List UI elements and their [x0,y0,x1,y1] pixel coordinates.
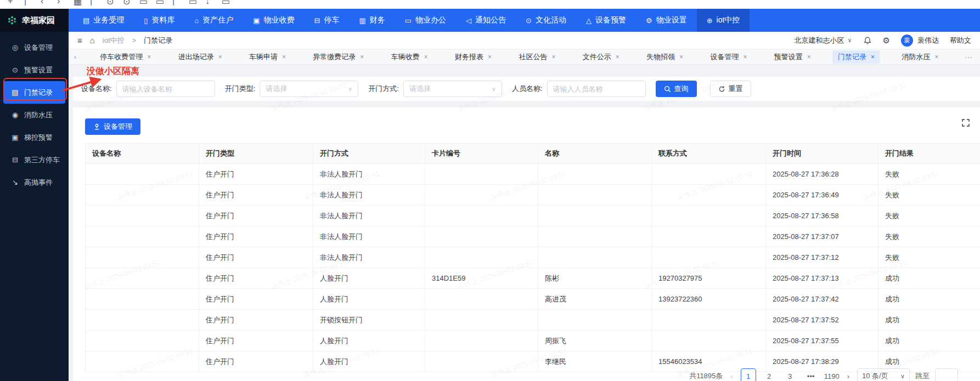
select-placeholder: 请选择 [409,84,431,94]
filter-field-open-method: 开门方式:请选择∨ [368,81,502,97]
settings-gear-icon[interactable]: ⚙ [883,36,890,46]
notification-bell-icon[interactable] [863,36,872,45]
tab-3[interactable]: 异常缴费记录× [307,50,369,64]
nav-item-parking[interactable]: ⊟停车 [305,9,350,32]
window-icon[interactable]: ▭ [139,0,148,7]
close-icon[interactable]: × [147,53,151,61]
sidebar-item-third-party-parking[interactable]: ⊟第三方停车 [3,149,65,171]
page-number[interactable]: 2 [762,368,777,381]
help-link[interactable]: 帮助文 [950,36,971,46]
plus-icon[interactable]: + [8,0,13,6]
filter-field-open-type: 开门类型:请选择∨ [225,81,359,97]
tab-bar: ‹ 停车收费管理×进出场记录×车辆申请×异常缴费记录×车辆收费×财务报表×社区公… [69,49,980,65]
tab-6[interactable]: 社区公告× [513,50,561,64]
sidebar-item-alert-settings[interactable]: ⊙预警设置 [3,59,65,81]
sidebar-item-fire-water-pressure[interactable]: ◉消防水压 [3,104,65,126]
nav-item-notices[interactable]: ◁通知公告 [456,9,516,32]
tab-5[interactable]: 财务报表× [449,50,497,64]
nav-item-assets-residence[interactable]: ⌂资产住户 [184,9,243,32]
nav-item-device-alert[interactable]: △设备预警 [576,9,636,32]
sidebar-item-high-throw-events[interactable]: ↘高抛事件 [3,171,65,194]
close-icon[interactable]: × [934,53,938,61]
tab-overflow-icon[interactable]: ··· [960,53,977,61]
sidebar-item-device-management[interactable]: ◎设备管理 [3,36,65,59]
close-icon[interactable]: × [807,53,811,61]
divider-icon: | [24,0,26,6]
breadcrumb-parent[interactable]: iot中控 [103,36,125,46]
close-icon[interactable]: × [616,53,619,61]
jump-label: 跳至 [915,371,930,381]
prev-page-icon[interactable]: ‹ [728,372,735,380]
close-icon[interactable]: × [424,53,428,61]
tab-2[interactable]: 车辆申请× [244,50,291,64]
zoom-icon[interactable]: ⊙ [123,0,130,7]
tab-12[interactable]: 消防水压× [896,50,944,64]
home-icon[interactable]: ⌂ [90,36,95,45]
sidebar-item-elevator-alert[interactable]: ▣梯控预警 [3,126,65,149]
close-icon[interactable]: × [488,53,492,61]
top-nav-items: ▤业务受理▯资料库⌂资产住户▣物业收费⊟停车▥财务▭物业办公◁通知公告⊙文化活动… [69,9,750,32]
calendar-icon: ▤ [83,16,89,25]
nav-item-business[interactable]: ▤业务受理 [73,9,134,32]
close-icon[interactable]: × [218,53,222,61]
sidebar-item-access-records[interactable]: ▤门禁记录 [3,81,65,104]
table-cell [652,331,766,351]
close-icon[interactable]: × [360,53,364,61]
next-page-icon[interactable]: › [845,372,852,380]
nav-item-culture-activity[interactable]: ⊙文化活动 [516,9,576,32]
fullscreen-icon[interactable] [961,118,970,127]
open-method-select[interactable]: 请选择∨ [403,81,502,97]
person-name-input[interactable] [547,81,646,97]
nav-item-label: iot中控 [717,15,740,25]
tab-scroll-left-icon[interactable]: ‹ [72,53,78,61]
window-icon[interactable]: ▭ [156,0,164,7]
jump-page-input[interactable] [935,368,958,381]
nav-item-finance[interactable]: ▥财务 [350,9,395,32]
table-cell: 2025-08-27 17:36:58 [766,206,878,226]
forward-icon[interactable]: › [57,0,60,6]
close-icon[interactable]: × [871,53,875,61]
nav-item-property-settings[interactable]: ⚙物业设置 [636,9,697,32]
nav-item-property-office[interactable]: ▭物业办公 [395,9,456,32]
open-type-select[interactable]: 请选择∨ [260,81,358,97]
nav-item-label: 文化活动 [536,15,566,25]
tab-0[interactable]: 停车收费管理× [94,50,156,64]
nav-item-archives[interactable]: ▯资料库 [134,9,184,32]
table-row: 住户开门非法人脸开门2025-08-27 17:36:58失败 [86,206,980,226]
tab-8[interactable]: 失物招领× [641,50,689,64]
table-cell [538,185,652,206]
tab-1[interactable]: 进出场记录× [173,50,228,64]
user-profile[interactable]: 裴 裴伟达 [901,35,939,47]
close-icon[interactable]: × [679,53,683,61]
tab-10[interactable]: 预警设置× [769,50,816,64]
tab-label: 预警设置 [774,52,803,62]
close-icon[interactable]: × [743,53,747,61]
community-selector[interactable]: 北京建和志小区 ∨ [794,36,852,46]
table-cell: 非法人脸开门 [313,164,425,185]
download-icon[interactable]: ↓ [205,0,210,6]
page-number[interactable]: 1190 [824,368,840,381]
tab-7[interactable]: 文件公示× [577,50,625,64]
tab-9[interactable]: 设备管理× [705,50,752,64]
page-number[interactable]: 3 [782,368,798,381]
tab-11[interactable]: 门禁记录× [832,50,880,64]
page-size-select[interactable]: 10 条/页∨ [857,368,910,381]
search-button[interactable]: 查询 [656,81,697,97]
close-icon[interactable]: × [551,53,555,61]
window-icon[interactable]: ▭ [222,0,230,7]
nav-item-property-fees[interactable]: ▣物业收费 [243,9,304,32]
nav-item-iot-center[interactable]: ⊕iot中控 [697,9,750,32]
collapse-menu-icon[interactable]: ≡ [77,36,82,45]
apps-grid-icon[interactable]: ▦ [74,0,82,7]
page-number[interactable]: 1 [741,368,756,381]
back-icon[interactable]: ‹ [41,0,43,6]
page-ellipsis: ••• [803,368,819,381]
close-icon[interactable]: × [282,53,286,61]
reset-button[interactable]: 重置 [710,81,751,97]
tab-4[interactable]: 车辆收费× [386,50,433,64]
device-name-input[interactable] [116,81,215,97]
device-manage-button[interactable]: 设备管理 [85,118,140,135]
search-icon[interactable]: ⊙ [106,0,114,7]
table-cell [86,247,199,268]
window-icon[interactable]: ▭ [189,0,197,7]
